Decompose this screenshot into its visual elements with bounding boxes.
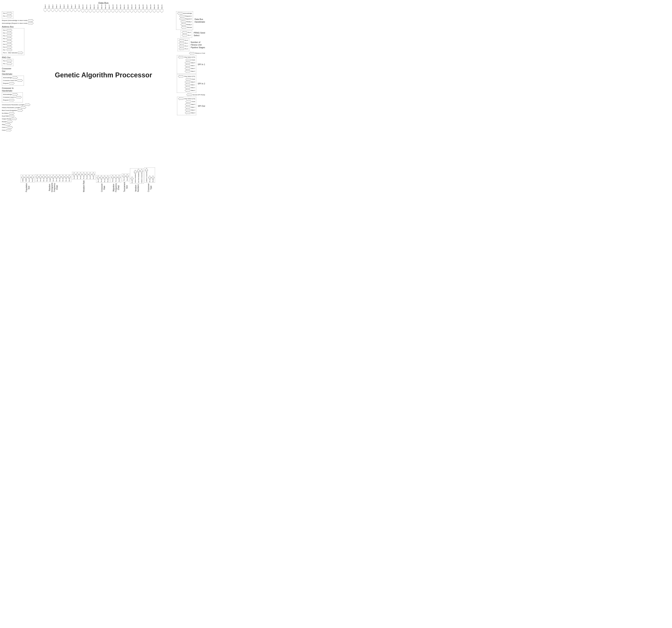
data-bus-pin: Data 7 [70, 4, 73, 13]
master-slave-box: Pin 0 Pin 1 [2, 11, 14, 19]
pin-label: Pin 0 [3, 13, 6, 14]
bottom-pin: Pin 5 [76, 172, 79, 179]
svg-marker-9 [126, 9, 129, 13]
svg-marker-86 [185, 87, 190, 89]
right-pin-row: Clock [178, 59, 195, 61]
right-pin-row: Chip Select (CS) [178, 75, 195, 77]
bottom-group: Pin 1 Pin 0 Pin 1 Pin 0 Pin6 Pin 5 Pin 4 [35, 174, 71, 192]
data-bus-pin: Data 16 [104, 4, 107, 13]
pin-label: Clock [2, 129, 6, 131]
left-pin-row: Fitness Resolution (Length) [2, 107, 33, 109]
bottom-pin-label: Pin 1 [98, 179, 99, 182]
svg-marker-116 [92, 172, 95, 176]
svg-marker-12 [115, 9, 118, 13]
pin-label: Clock [191, 78, 195, 80]
up-arrow-icon [103, 176, 106, 179]
svg-marker-118 [100, 176, 103, 179]
bottom-section: VDD GND Pin 1 Pin 0 Population Size Pin … [21, 167, 155, 192]
bottom-pin: Pin 5 [52, 175, 55, 182]
svg-marker-40 [7, 40, 12, 43]
svg-marker-119 [103, 176, 106, 179]
bottom-pin-label: Pin 1 [104, 179, 105, 182]
right-pin-row: Data 3 [178, 112, 195, 114]
svg-marker-21 [81, 9, 84, 13]
data-bus-pin: Data 29 [153, 4, 156, 13]
bottom-pin: Uniform Mutation [134, 170, 137, 183]
bottom-group: Pin 1 Pin 0 Tournament Size [122, 173, 129, 192]
bottom-group: Pin 6 Pin 5 Pin 4 Pin 3 Pin 2 Pin 1 Pin … [72, 172, 95, 192]
right-pin-row: Data 1 [178, 64, 195, 67]
svg-marker-11 [119, 9, 122, 13]
svg-marker-30 [47, 8, 50, 12]
right-box: Pin 0 Pin 1 [181, 30, 192, 38]
bottom-pin: Pin 0 [151, 176, 154, 182]
bottom-pin: Uniform Crossover [140, 169, 143, 183]
bottom-pin: Pin 1 [89, 172, 92, 179]
svg-marker-41 [7, 43, 12, 46]
left-pin-row: Restart [2, 120, 33, 123]
bottom-pins-box: Pin 1 Pin 0 Pin 1 Pin 0 [96, 175, 110, 183]
svg-marker-49 [9, 82, 15, 85]
right-pin-row: Acknowledge [177, 12, 192, 15]
bottom-group-label: Crossover Type [147, 183, 152, 192]
data-bus-pin: Data 4 [59, 4, 62, 13]
bottom-pin-label: Pin 1 [29, 179, 30, 182]
up-arrow-icon [126, 174, 129, 178]
pin-label: Chip Select (CS) [184, 75, 195, 77]
data-bus-pin: Data 10 [81, 4, 84, 13]
bottom-pin-label: Pin 0 [119, 179, 120, 182]
data-bus-label: Data Bus [98, 1, 109, 4]
pin-label: Pin 1 [3, 63, 6, 65]
svg-marker-82 [178, 75, 183, 77]
data-bus-pin: Data 27 [145, 4, 148, 13]
svg-marker-70 [182, 34, 187, 37]
section-label-xover-in: Crossover InHandshake [2, 87, 33, 92]
svg-marker-127 [134, 170, 137, 174]
pin-label: Data 1 [191, 107, 195, 108]
bottom-pin: Pin 0 [45, 175, 48, 182]
svg-marker-106 [58, 175, 61, 179]
svg-marker-17 [96, 9, 99, 13]
svg-marker-0 [160, 9, 163, 13]
bottom-group: VDD GND Pin 1 Pin 0 Population Size [21, 175, 34, 192]
svg-marker-107 [61, 175, 64, 179]
left-pin-row: Acknowledge [3, 93, 22, 96]
bottom-pin-label: Pin6 [49, 179, 51, 182]
bottom-pin: Pin 1 [28, 175, 31, 182]
rng-box: Pin 0 Pin 1 [2, 59, 14, 66]
main-container: Data Bus Data 31 Data 30 Data 29 Data 28… [0, 0, 207, 197]
svg-marker-60 [5, 123, 11, 126]
pin-label: Request [3, 99, 9, 101]
svg-marker-114 [86, 172, 89, 176]
data-bus-pin: Data 21 [123, 4, 126, 13]
left-pin-row: Request [3, 82, 23, 85]
second-spi-row: Second SPI Ready [187, 94, 205, 96]
up-arrow-icon [68, 175, 71, 179]
bottom-pin-label: Pin 1 [123, 178, 125, 181]
svg-marker-36 [7, 29, 12, 31]
svg-marker-71 [179, 39, 184, 42]
data-bus-pin: Data 30 [157, 4, 160, 13]
svg-marker-120 [106, 176, 109, 179]
svg-marker-69 [182, 31, 187, 34]
svg-marker-42 [7, 46, 12, 48]
bottom-pins-box: Pin 0 Uniform Mutation One Point Mutatio… [130, 168, 144, 184]
up-arrow-icon [73, 172, 76, 176]
right-pin-row: Discard [177, 26, 192, 29]
section-label-right: SPI Out [198, 105, 205, 107]
svg-marker-92 [185, 106, 190, 109]
svg-marker-48 [18, 79, 23, 82]
bottom-pin: Pin 0 [31, 175, 34, 182]
bottom-pin-label: Pin 2 [62, 179, 64, 182]
svg-marker-59 [7, 120, 13, 123]
svg-marker-97 [28, 175, 31, 179]
up-arrow-icon [42, 175, 45, 179]
section-label-right: SPI In 2 [198, 82, 205, 85]
bottom-pin: One Point Mutation [137, 169, 140, 183]
pin-label: Request [3, 83, 9, 84]
svg-marker-96 [24, 175, 27, 179]
section-label-right: Number of Fitness Unit Pipeline Stages [191, 41, 205, 49]
up-arrow-icon [52, 175, 55, 179]
bottom-pin-label: Pin 0 [32, 179, 33, 182]
pin-label: Chip Select (CS) [184, 98, 195, 99]
